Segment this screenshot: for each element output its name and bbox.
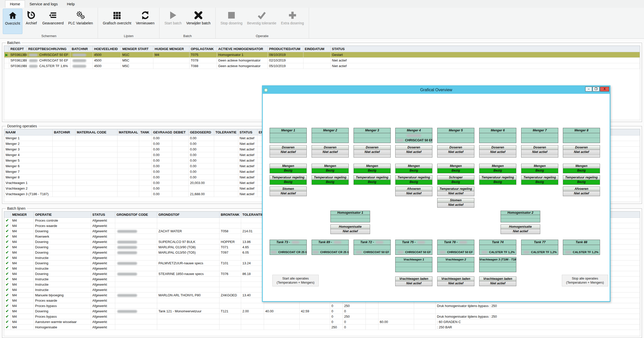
operation-block: Temperatuur regelingBezig bbox=[312, 175, 349, 185]
menger-column: Menger 2DoserenNiet actiefMengenBezigTem… bbox=[312, 128, 349, 187]
close-button[interactable]: X bbox=[600, 87, 609, 91]
extra-dosering-button: Extra dosering bbox=[279, 9, 306, 34]
table-cell: M4 bbox=[11, 234, 34, 239]
column-header[interactable]: RECEPT bbox=[9, 46, 27, 52]
table-row[interactable]: ✔M4Aansturen warmte wisselaarAfgewerkt00… bbox=[4, 319, 640, 325]
panel-row bbox=[437, 245, 474, 250]
column-header[interactable]: GRONDSTOF CODE bbox=[115, 212, 157, 218]
redacted-text bbox=[376, 241, 383, 244]
panel-title: Menger 4 bbox=[396, 128, 432, 133]
maximize-button[interactable]: ❐ bbox=[593, 87, 599, 91]
start-alle-operaties-button[interactable]: Start alle operaties(Temperaturen + Meng… bbox=[272, 275, 319, 286]
table-cell bbox=[219, 298, 241, 303]
table-row[interactable]: ✔M4Proces bypassAfgewerkt0250Druk homoge… bbox=[4, 303, 640, 309]
menger-panel: Menger 6 bbox=[479, 128, 516, 143]
operation-label: Mengen bbox=[396, 164, 432, 168]
column-header[interactable]: STATUS bbox=[91, 212, 115, 218]
column-header[interactable]: GEVRAAGD bbox=[152, 129, 172, 135]
column-header[interactable]: HOEVEELHEID bbox=[93, 46, 121, 52]
table-row[interactable]: ✔M4HomogenisatieAfgewerkt2500: 250 BAR bbox=[4, 325, 640, 330]
table-cell: Afgewerkt bbox=[91, 298, 115, 303]
vrachtwagen-laden-block: Vrachtwagen ladenNiet actief bbox=[479, 276, 516, 286]
column-header[interactable]: OPERATIE bbox=[34, 212, 91, 218]
table-row[interactable]: SF03613BE CHRISCOAT 50 EF4500M5CT078Geen… bbox=[4, 58, 640, 63]
column-header[interactable]: MENGER START bbox=[121, 46, 153, 52]
column-header[interactable]: BATCHNR bbox=[53, 129, 76, 135]
start-batch-button: Start batch bbox=[162, 9, 184, 34]
column-header[interactable]: ACTIEVE HOMOGENISATOR bbox=[217, 46, 268, 52]
table-cell bbox=[115, 309, 157, 314]
column-header[interactable]: DEBIET bbox=[172, 129, 189, 135]
column-header[interactable]: OPSLAGTANK bbox=[189, 46, 217, 52]
table-cell bbox=[115, 255, 157, 260]
completed-check-icon: ✔ bbox=[6, 287, 9, 292]
tab-help[interactable]: Help bbox=[62, 1, 79, 8]
table-cell: 2.00 bbox=[241, 309, 264, 314]
column-header[interactable]: GRONDSTOF bbox=[157, 212, 219, 218]
column-header[interactable]: GEDOSEERD bbox=[189, 129, 214, 135]
column-header[interactable]: MENGER bbox=[11, 212, 34, 218]
operation-block: SchraperBezig bbox=[437, 175, 474, 185]
column-header[interactable]: MATERIAAL bbox=[118, 129, 139, 135]
table-cell bbox=[214, 135, 238, 141]
stop-alle-operaties-button[interactable]: Stop alle operaties(Temperaturen + Menge… bbox=[562, 275, 608, 286]
table-row[interactable]: ✔M4DoseringAfgewerktTank 121 - Monomeerv… bbox=[4, 309, 640, 314]
table-cell: 0 bbox=[330, 319, 343, 325]
tab-home[interactable]: Home bbox=[5, 0, 25, 8]
column-header[interactable]: RECEPTBESCHRIJVING bbox=[27, 46, 70, 52]
column-header[interactable]: BATCHNR bbox=[70, 46, 93, 52]
ribbon-group-batch: Start batchVerwijder batchBatch bbox=[159, 8, 215, 38]
column-header[interactable]: MATERIAAL CODE bbox=[76, 129, 118, 135]
window-titlebar[interactable]: Grafical Overview – ❐ X bbox=[263, 86, 610, 94]
column-header[interactable]: PRODUCTIEDATUM bbox=[268, 46, 303, 52]
panel-row bbox=[563, 155, 600, 157]
panel-row bbox=[437, 138, 474, 143]
column-header[interactable] bbox=[4, 212, 11, 218]
table-cell bbox=[214, 180, 238, 186]
table-cell bbox=[303, 63, 331, 69]
panel-row bbox=[479, 133, 516, 138]
table-row[interactable]: ✔M4Proces bypassAfgewerkt0250Druk homoge… bbox=[4, 314, 640, 319]
vernieuwen-button[interactable]: Vernieuwen bbox=[134, 9, 156, 34]
panel-row bbox=[479, 138, 516, 143]
column-header[interactable] bbox=[4, 46, 9, 52]
plc-variabelen-button[interactable]: PLC Variabelen bbox=[66, 9, 95, 34]
panel-row bbox=[331, 215, 370, 219]
column-header[interactable]: STATUS bbox=[238, 129, 257, 135]
tab-service-and-logs[interactable]: Service and logs bbox=[25, 1, 62, 8]
verwijder-batch-button[interactable]: Verwijder batch bbox=[184, 9, 213, 34]
column-header[interactable]: STATUS bbox=[331, 46, 640, 52]
column-header[interactable]: HUIDIGE MENGER bbox=[153, 46, 189, 52]
geavanceerd-button[interactable]: Geavanceerd bbox=[40, 9, 66, 34]
grafisch-overzicht-button[interactable]: Grafisch overzicht bbox=[101, 9, 133, 34]
operation-label: Homogenisatie bbox=[331, 225, 370, 229]
completed-check-icon: ✔ bbox=[6, 298, 9, 302]
column-header[interactable]: TANK bbox=[139, 129, 152, 135]
operation-label: Doseren bbox=[521, 145, 558, 150]
table-cell bbox=[153, 58, 189, 63]
ribbon-group-label: Operatie bbox=[216, 34, 309, 38]
column-header[interactable]: EINDDATUM bbox=[303, 46, 331, 52]
minimize-button[interactable]: – bbox=[585, 87, 592, 91]
table-cell: T121 bbox=[219, 309, 241, 314]
column-header[interactable]: TOLERANTIE bbox=[241, 212, 264, 218]
table-cell bbox=[219, 266, 241, 271]
table-cell: ✔ bbox=[4, 234, 11, 239]
menger-panel: Menger 2 bbox=[312, 128, 349, 143]
homogenisatie-block: HomogenisatieNiet actief bbox=[330, 224, 370, 234]
table-cell: Niet actief bbox=[238, 158, 257, 163]
table-row[interactable]: ▶SF03613BE CHRISCOAT 50 EF4500M1CM4T075H… bbox=[4, 52, 640, 58]
column-header[interactable]: TOLERANTIE bbox=[214, 129, 238, 135]
table-cell bbox=[4, 63, 9, 69]
redacted-text bbox=[72, 59, 86, 62]
table-cell bbox=[172, 158, 189, 163]
table-cell bbox=[241, 218, 264, 223]
archief-button[interactable]: Archief bbox=[23, 9, 40, 34]
column-header[interactable]: NAAM bbox=[4, 129, 53, 135]
column-header[interactable]: BRONTANK bbox=[219, 212, 241, 218]
history-icon bbox=[26, 10, 36, 20]
overzicht-button[interactable]: Overzicht bbox=[3, 9, 22, 34]
table-cell: Menger 8 bbox=[4, 175, 53, 180]
completed-check-icon: ✔ bbox=[6, 319, 9, 324]
table-row[interactable]: SF03619BE CALSTER TF 1,6%4500M5CT088Geen… bbox=[4, 63, 640, 69]
